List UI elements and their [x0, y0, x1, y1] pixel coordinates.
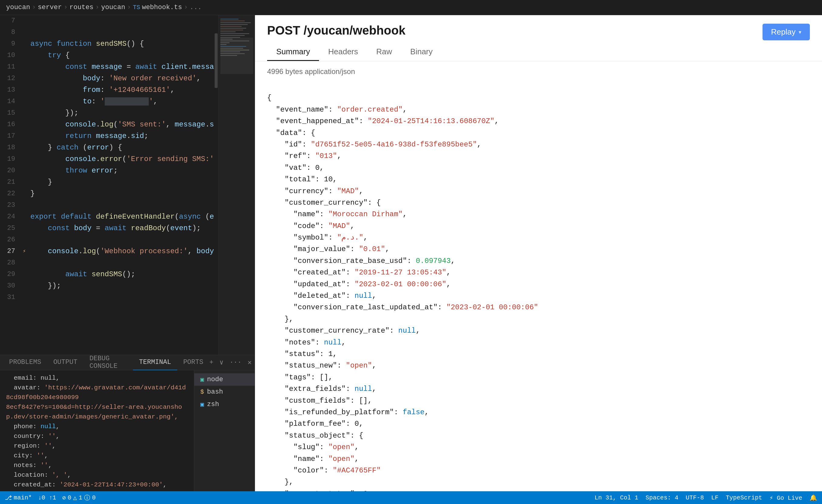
svg-rect-7 — [221, 32, 236, 32]
webhook-content: 4996 bytes application/json { "event_nam… — [255, 61, 822, 491]
bc-ts-icon: TS — [133, 4, 140, 11]
code-line-18: 18 } catch (error) { — [0, 142, 218, 153]
terminal-sessions-sidebar: ▣ node $ bash ▣ zsh — [194, 370, 255, 491]
terminal-line: created_at: '2024-01-22T14:47:23+00:00', — [6, 480, 188, 490]
code-line-30: 30 }); — [0, 280, 218, 292]
code-line-17: 17 return message.sid; — [0, 130, 218, 142]
terminal-bash-icon: $ — [200, 388, 204, 395]
svg-rect-6 — [221, 30, 243, 30]
bc-server[interactable]: server — [38, 4, 62, 11]
git-branch[interactable]: ⎇ main* — [5, 494, 32, 502]
git-branch-name: main* — [14, 494, 32, 501]
webhook-header: POST /youcan/webhook Replay ▾ Summary He… — [255, 15, 822, 61]
webhook-tab-headers[interactable]: Headers — [319, 43, 367, 61]
json-body: { "event_name": "order.created", "event_… — [267, 81, 810, 491]
webhook-title: POST /youcan/webhook — [267, 24, 406, 37]
tab-debug-console[interactable]: DEBUG CONSOLE — [83, 355, 133, 370]
terminal-line: avatar: 'https://www.gravatar.com/avatar… — [6, 383, 188, 402]
tab-terminal[interactable]: TERMINAL — [133, 355, 177, 370]
ln-col[interactable]: Ln 31, Col 1 — [594, 494, 639, 501]
terminal-split-button[interactable]: ∨ — [220, 358, 224, 367]
svg-rect-0 — [221, 19, 239, 19]
code-line-20: 20 throw error; — [0, 165, 218, 176]
terminal-panel: PROBLEMS OUTPUT DEBUG CONSOLE TERMINAL P… — [0, 355, 255, 491]
info-icon: ⓘ — [84, 494, 90, 502]
terminal-line: location: ', ', — [6, 470, 188, 480]
terminal-bash-label: bash — [207, 388, 223, 396]
svg-rect-8 — [221, 33, 249, 34]
bytes-info: 4996 bytes application/json — [267, 67, 810, 76]
status-bar: ⎇ main* ↓0 ↑1 ⊘ 0 △ 1 ⓘ 0 Ln 31, Col 1 S… — [0, 491, 822, 504]
terminal-node-session[interactable]: ▣ node — [194, 373, 255, 386]
bc-youcan[interactable]: youcan — [6, 4, 30, 11]
bell-icon[interactable]: 🔔 — [810, 494, 817, 502]
code-line-14: 14 to: '+12345678', — [0, 96, 218, 107]
replay-chevron-icon: ▾ — [799, 29, 801, 35]
sync-button[interactable]: ↓0 ↑1 — [38, 494, 56, 501]
code-line-28: 28 — [0, 257, 218, 269]
code-line-10: 10 try { — [0, 50, 218, 61]
terminal-node-icon: ▣ — [200, 376, 204, 383]
webhook-tab-binary[interactable]: Binary — [401, 43, 442, 61]
code-line-15: 15 }); — [0, 107, 218, 119]
bc-youcan2[interactable]: youcan — [101, 4, 125, 11]
code-line-23: 23 — [0, 200, 218, 211]
terminal-more-button[interactable]: ··· — [230, 359, 242, 366]
svg-rect-21 — [221, 38, 253, 74]
language[interactable]: TypeScript — [726, 494, 762, 501]
warning-icon: △ — [73, 494, 77, 502]
tab-problems[interactable]: PROBLEMS — [3, 355, 47, 370]
terminal-add-button[interactable]: + — [210, 359, 214, 366]
code-line-11: 11 const message = await client.messages… — [0, 61, 218, 73]
minimap — [218, 15, 255, 355]
bc-routes[interactable]: routes — [69, 4, 93, 11]
svg-rect-10 — [221, 37, 240, 38]
code-line-8: 8 — [0, 27, 218, 38]
eol[interactable]: LF — [711, 494, 719, 501]
code-line-16: 16 console.log('SMS sent:', message.sid)… — [0, 119, 218, 130]
svg-rect-1 — [221, 21, 245, 21]
bc-file[interactable]: webhook.ts — [142, 4, 182, 11]
webhook-panel: POST /youcan/webhook Replay ▾ Summary He… — [255, 15, 822, 491]
warnings-label: 1 — [79, 494, 82, 501]
terminal-node-label: node — [207, 376, 223, 383]
code-line-22: 22 } — [0, 188, 218, 200]
webhook-tab-summary[interactable]: Summary — [267, 43, 319, 61]
terminal-zsh-label: zsh — [207, 401, 219, 408]
tab-ports[interactable]: PORTS — [177, 355, 210, 370]
terminal-bash-session[interactable]: $ bash — [194, 386, 255, 398]
terminal-line: notes: '', — [6, 461, 188, 470]
terminal-line: region: '', — [6, 441, 188, 451]
terminal-zsh-session[interactable]: ▣ zsh — [194, 398, 255, 411]
code-line-7: 7 — [0, 15, 218, 27]
error-icon: ⊘ — [62, 494, 66, 502]
info-label: 0 — [92, 494, 96, 501]
git-branch-icon: ⎇ — [5, 494, 12, 502]
terminal-close-button[interactable]: ✕ — [248, 358, 252, 367]
code-line-13: 13 from: '+12404665161', — [0, 84, 218, 96]
go-live-button[interactable]: ⚡ Go Live — [770, 494, 802, 502]
terminal-tabs-bar: PROBLEMS OUTPUT DEBUG CONSOLE TERMINAL P… — [0, 355, 255, 370]
code-line-21: 21 } — [0, 176, 218, 188]
code-line-9: 9 async function sendSMS() { — [0, 38, 218, 50]
svg-rect-2 — [221, 22, 251, 23]
code-line-27: 27 ⚡ console.log('Webhook processed:', b… — [0, 246, 218, 257]
tab-output[interactable]: OUTPUT — [47, 355, 83, 370]
code-line-24: 24 export default defineEventHandler(asy… — [0, 211, 218, 223]
code-line-19: 19 console.error('Error sending SMS:', e… — [0, 153, 218, 165]
code-line-12: 12 body: 'New order received', — [0, 73, 218, 84]
code-line-25: 25 const body = await readBody(event); — [0, 223, 218, 234]
errors-count[interactable]: ⊘ 0 △ 1 ⓘ 0 — [62, 494, 96, 502]
spaces[interactable]: Spaces: 4 — [646, 494, 679, 501]
encoding[interactable]: UTF-8 — [686, 494, 704, 501]
terminal-line: phone: null, — [6, 422, 188, 432]
replay-button[interactable]: Replay ▾ — [763, 24, 810, 40]
terminal-line: country: '', — [6, 432, 188, 441]
bc-ellipsis: ... — [190, 4, 202, 11]
svg-rect-5 — [221, 28, 246, 29]
webhook-tab-raw[interactable]: Raw — [367, 43, 401, 61]
replay-label: Replay — [771, 27, 796, 37]
terminal-output: email: null, avatar: 'https://www.gravat… — [0, 370, 194, 491]
code-editor: 7 8 9 async function sendSMS() { — [0, 15, 218, 303]
breadcrumb-bar: youcan › server › routes › youcan › TS w… — [0, 0, 822, 15]
